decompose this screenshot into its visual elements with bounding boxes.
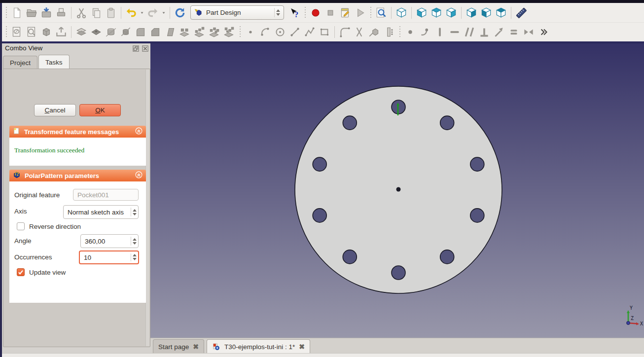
- 3d-viewport[interactable]: YZX: [150, 43, 644, 338]
- multitransform-button[interactable]: [222, 24, 237, 40]
- sketch-line-button[interactable]: [287, 24, 302, 40]
- constraint-perpendicular-button[interactable]: [477, 24, 492, 40]
- refresh-button[interactable]: [173, 5, 187, 21]
- constraint-tangent-button[interactable]: [492, 24, 506, 40]
- document-tab-start-page[interactable]: Start page✖: [153, 339, 204, 354]
- constraint-horizontal-button[interactable]: [447, 24, 462, 40]
- constraint-perpendicular-icon: [478, 26, 491, 38]
- groove-button[interactable]: [118, 24, 133, 40]
- dock-close-button[interactable]: [142, 45, 149, 52]
- constraint-equal-button[interactable]: [506, 24, 521, 40]
- paste-button[interactable]: [104, 5, 118, 21]
- toggle-construction-button[interactable]: [382, 24, 396, 40]
- reverse-direction-label: Reverse direction: [29, 223, 81, 230]
- sketch-fillet-button[interactable]: [337, 24, 352, 40]
- document-tab-model[interactable]: T30-ejemplos-tut-ini : 1*✖: [207, 339, 310, 354]
- revolution-button[interactable]: [104, 24, 118, 40]
- print-document-button[interactable]: [54, 5, 69, 21]
- dock-float-button[interactable]: [132, 45, 140, 52]
- toolbar-drag-handle[interactable]: [238, 26, 242, 38]
- cancel-button[interactable]: Cancel: [34, 104, 76, 116]
- view-bottom-button[interactable]: [479, 5, 494, 21]
- pocket-button[interactable]: [89, 24, 104, 40]
- pad-button[interactable]: [74, 24, 89, 40]
- edit-sketch-button[interactable]: [24, 24, 39, 40]
- macro-record-button[interactable]: [308, 5, 323, 21]
- close-tab-icon[interactable]: ✖: [299, 343, 305, 350]
- macro-edit-button[interactable]: [338, 5, 353, 21]
- view-right-button[interactable]: [444, 5, 459, 21]
- collapse-section-icon[interactable]: [135, 127, 143, 137]
- svg-text:X: X: [640, 321, 643, 326]
- view-rear-button[interactable]: [464, 5, 479, 21]
- constraint-symmetric-button[interactable]: [521, 24, 536, 40]
- workbench-selector[interactable]: Part Design: [190, 5, 284, 20]
- draft-button[interactable]: [163, 24, 178, 40]
- sketch-circle-button[interactable]: [273, 24, 287, 40]
- fit-all-button[interactable]: [374, 5, 389, 21]
- sketch-polyline-button[interactable]: [302, 24, 317, 40]
- map-sketch-button[interactable]: [39, 24, 54, 40]
- linear-pattern-button[interactable]: [192, 24, 207, 40]
- sketch-arc-button[interactable]: [258, 24, 273, 40]
- tasks-scrollbar[interactable]: [145, 70, 149, 346]
- chamfer-button[interactable]: [148, 24, 163, 40]
- collapse-section-icon[interactable]: [135, 171, 143, 181]
- spinbox-arrows-icon[interactable]: [131, 253, 138, 262]
- toolbar-row-2: [2, 22, 644, 41]
- cut-button[interactable]: [74, 5, 89, 21]
- macro-stop-button[interactable]: [323, 5, 338, 21]
- polar-pattern-button[interactable]: [207, 24, 222, 40]
- whats-this-button[interactable]: ?: [287, 5, 302, 21]
- view-top-button[interactable]: [429, 5, 444, 21]
- save-document-button[interactable]: [39, 5, 54, 21]
- open-document-button[interactable]: [24, 5, 39, 21]
- toolbar-drag-handle[interactable]: [369, 7, 372, 19]
- macro-play-button[interactable]: [353, 5, 367, 21]
- angle-spinbox[interactable]: 360,00: [80, 234, 139, 248]
- redo-button[interactable]: [145, 5, 160, 21]
- view-left-button[interactable]: [494, 5, 508, 21]
- fillet-button[interactable]: [133, 24, 148, 40]
- new-document-button[interactable]: [9, 5, 24, 21]
- toolbar-overflow-button[interactable]: [536, 24, 551, 40]
- view-axonometric-button[interactable]: [394, 5, 409, 21]
- sketch-rectangle-button[interactable]: [317, 24, 332, 40]
- measure-distance-button[interactable]: [514, 5, 529, 21]
- update-view-checkbox[interactable]: [17, 268, 25, 276]
- macro-record-icon: [309, 6, 322, 19]
- polarpattern-parameters-header[interactable]: PolarPattern parameters: [9, 170, 146, 181]
- sketch-trim-button[interactable]: [352, 24, 367, 40]
- dropdown-arrow-icon[interactable]: [160, 5, 167, 21]
- close-tab-icon[interactable]: ✖: [193, 343, 199, 350]
- leave-sketch-button[interactable]: [54, 24, 69, 40]
- constraint-point-on-object-button[interactable]: [418, 24, 432, 40]
- copy-button[interactable]: [89, 5, 104, 21]
- combobox-arrows-icon[interactable]: [274, 8, 282, 17]
- undo-button[interactable]: [124, 5, 139, 21]
- tab-project[interactable]: Project: [3, 56, 37, 69]
- external-geometry-button[interactable]: [367, 24, 382, 40]
- new-sketch-button[interactable]: [9, 24, 24, 40]
- constraint-vertical-button[interactable]: [432, 24, 447, 40]
- toolbar-drag-handle[interactable]: [4, 7, 8, 19]
- view-front-button[interactable]: [414, 5, 429, 21]
- ok-button[interactable]: OK: [79, 104, 121, 116]
- toolbar-drag-handle[interactable]: [4, 26, 8, 38]
- constraint-coincident-button[interactable]: [403, 24, 418, 40]
- toolbar-drag-handle[interactable]: [303, 7, 307, 19]
- reverse-direction-checkbox[interactable]: [17, 222, 25, 230]
- transformed-messages-header[interactable]: Transformed feature messages: [9, 126, 146, 138]
- constraint-coincident-icon: [404, 26, 417, 38]
- mirrored-button[interactable]: [178, 24, 192, 40]
- axis-select[interactable]: Normal sketch axis: [63, 205, 139, 219]
- constraint-parallel-button[interactable]: [462, 24, 477, 40]
- toolbar-drag-handle[interactable]: [398, 26, 401, 38]
- sketch-point-button[interactable]: [243, 24, 258, 40]
- spinbox-arrows-icon[interactable]: [131, 237, 138, 246]
- tab-tasks[interactable]: Tasks: [38, 55, 70, 69]
- combobox-arrows-icon[interactable]: [131, 208, 138, 216]
- map-sketch-icon: [40, 26, 53, 38]
- occurrences-spinbox[interactable]: 10: [79, 250, 139, 264]
- dropdown-arrow-icon[interactable]: [139, 5, 145, 21]
